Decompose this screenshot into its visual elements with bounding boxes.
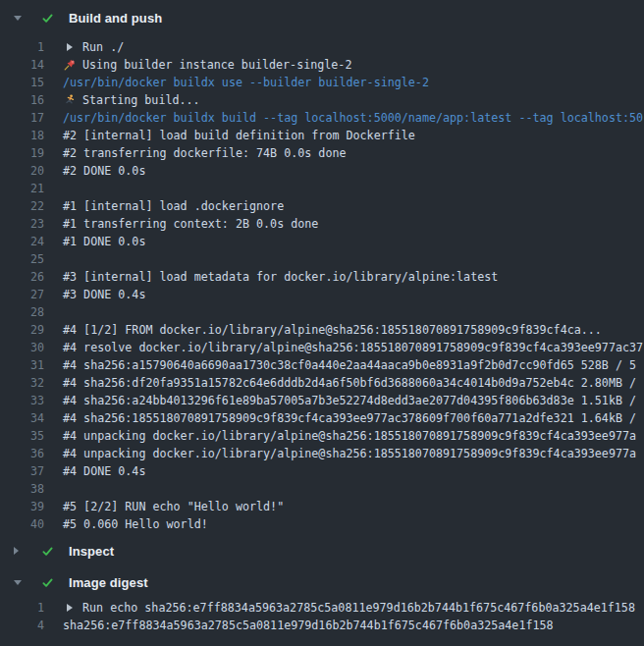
log-plain-text: #2 transferring dockerfile: 74B 0.0s don… — [63, 146, 347, 160]
log-text: #1 [internal] load .dockerignore — [44, 199, 644, 213]
log-plain-text: #4 sha256:a15790640a6690aa1730c38cf0a440… — [63, 358, 636, 372]
line-number[interactable]: 23 — [0, 217, 44, 231]
section-body: 1Run echo sha256:e7ff8834a5963a2785c5a08… — [0, 596, 644, 634]
line-number[interactable]: 38 — [0, 482, 44, 496]
section-body: 1Run ./14Using builder instance builder-… — [0, 35, 644, 533]
line-number[interactable]: 35 — [0, 429, 44, 443]
line-number[interactable]: 37 — [0, 464, 44, 478]
log-plain-text: #4 sha256:185518070891758909c9f839cf4ca3… — [63, 411, 636, 425]
log-line: 17/usr/bin/docker buildx build --tag loc… — [0, 109, 644, 127]
section-build-and-push: Build and push1Run ./14Using builder ins… — [0, 0, 644, 533]
log-plain-text: Using builder instance builder-single-2 — [82, 58, 351, 72]
log-text: #2 transferring dockerfile: 74B 0.0s don… — [44, 146, 644, 160]
line-number[interactable]: 20 — [0, 164, 44, 178]
line-number[interactable]: 33 — [0, 394, 44, 407]
log-text: #5 [2/2] RUN echo "Hello world!" — [44, 500, 644, 513]
log-command-text: /usr/bin/docker buildx use --builder bui… — [63, 76, 429, 89]
section-header-inspect[interactable]: Inspect — [0, 537, 644, 565]
log-plain-text: sha256:e7ff8834a5963a2785c5a0811e979d16b… — [63, 619, 554, 632]
line-number[interactable]: 26 — [0, 270, 44, 284]
play-icon[interactable] — [63, 41, 76, 54]
log-command-text: /usr/bin/docker buildx build --tag local… — [63, 111, 643, 125]
log-text: #3 [internal] load metadata for docker.i… — [44, 270, 644, 284]
chevron-right-icon — [14, 547, 27, 555]
line-number[interactable]: 16 — [0, 93, 44, 107]
log-plain-text: #4 [1/2] FROM docker.io/library/alpine@s… — [63, 323, 602, 337]
section-inspect: Inspect — [0, 537, 644, 565]
line-number[interactable]: 40 — [0, 517, 44, 531]
section-title: Inspect — [69, 544, 114, 559]
play-icon[interactable] — [63, 602, 76, 615]
line-number[interactable]: 17 — [0, 111, 44, 125]
log-line: 40#5 0.060 Hello world! — [0, 515, 644, 533]
log-text: #4 sha256:a24bb4013296f61e89ba57005a7b3e… — [44, 394, 644, 407]
log-line: 27#3 DONE 0.4s — [0, 286, 644, 303]
section-image-digest: Image digest1Run echo sha256:e7ff8834a59… — [0, 568, 644, 634]
log-line: 14Using builder instance builder-single-… — [0, 56, 644, 74]
log-line: 33#4 sha256:a24bb4013296f61e89ba57005a7b… — [0, 392, 644, 409]
log-text: Run echo sha256:e7ff8834a5963a2785c5a081… — [44, 601, 644, 615]
line-number[interactable]: 14 — [0, 58, 44, 72]
pushpin-icon — [63, 59, 76, 72]
log-line: 20#2 DONE 0.0s — [0, 162, 644, 180]
log-plain-text: #4 DONE 0.4s — [63, 464, 145, 478]
log-text: #4 [1/2] FROM docker.io/library/alpine@s… — [44, 323, 644, 337]
log-plain-text: #1 DONE 0.0s — [63, 235, 145, 248]
log-line: 21 — [0, 180, 644, 197]
log-line: 22#1 [internal] load .dockerignore — [0, 197, 644, 215]
log-plain-text: #4 sha256:a24bb4013296f61e89ba57005a7b3e… — [63, 394, 636, 407]
log-plain-text: #1 transferring context: 2B 0.0s done — [63, 217, 318, 231]
line-number[interactable]: 1 — [0, 40, 44, 54]
log-line: 29#4 [1/2] FROM docker.io/library/alpine… — [0, 321, 644, 339]
log-text: /usr/bin/docker buildx use --builder bui… — [44, 76, 644, 89]
log-viewer: Build and push1Run ./14Using builder ins… — [0, 0, 644, 646]
line-number[interactable]: 30 — [0, 341, 44, 354]
log-text: #5 0.060 Hello world! — [44, 517, 644, 531]
line-number[interactable]: 28 — [0, 305, 44, 319]
line-number[interactable]: 29 — [0, 323, 44, 337]
line-number[interactable]: 24 — [0, 235, 44, 248]
line-number[interactable]: 31 — [0, 358, 44, 372]
log-plain-text: #3 DONE 0.4s — [63, 288, 145, 301]
line-number[interactable]: 34 — [0, 411, 44, 425]
section-header-build-and-push[interactable]: Build and push — [0, 0, 644, 35]
log-text: #4 sha256:185518070891758909c9f839cf4ca3… — [44, 411, 644, 425]
log-plain-text: #2 DONE 0.0s — [63, 164, 145, 178]
section-title: Image digest — [69, 575, 148, 590]
line-number[interactable]: 15 — [0, 76, 44, 89]
log-plain-text: Run echo sha256:e7ff8834a5963a2785c5a081… — [82, 601, 635, 615]
line-number[interactable]: 1 — [0, 601, 44, 615]
log-text: #4 sha256:a15790640a6690aa1730c38cf0a440… — [44, 358, 644, 372]
line-number[interactable]: 21 — [0, 182, 44, 195]
log-plain-text: #5 [2/2] RUN echo "Hello world!" — [63, 500, 284, 513]
log-line: 28 — [0, 303, 644, 321]
log-text: Using builder instance builder-single-2 — [44, 58, 644, 72]
log-plain-text: #4 unpacking docker.io/library/alpine@sh… — [63, 447, 636, 460]
log-text: #4 unpacking docker.io/library/alpine@sh… — [44, 429, 644, 443]
runner-icon — [63, 94, 76, 107]
log-line: 31#4 sha256:a15790640a6690aa1730c38cf0a4… — [0, 356, 644, 374]
line-number[interactable]: 39 — [0, 500, 44, 513]
section-header-image-digest[interactable]: Image digest — [0, 568, 644, 596]
log-line: 37#4 DONE 0.4s — [0, 462, 644, 480]
line-number[interactable]: 25 — [0, 252, 44, 266]
log-plain-text: #4 resolve docker.io/library/alpine@sha2… — [63, 341, 643, 354]
log-text: #1 transferring context: 2B 0.0s done — [44, 217, 644, 231]
check-icon — [39, 543, 55, 559]
log-line: 32#4 sha256:df20fa9351a15782c64e6dddb2d4… — [0, 374, 644, 392]
log-plain-text: #2 [internal] load build definition from… — [63, 129, 415, 142]
line-number[interactable]: 22 — [0, 199, 44, 213]
log-text: /usr/bin/docker buildx build --tag local… — [44, 111, 644, 125]
line-number[interactable]: 19 — [0, 146, 44, 160]
log-line: 1Run echo sha256:e7ff8834a5963a2785c5a08… — [0, 599, 644, 617]
line-number[interactable]: 36 — [0, 447, 44, 460]
line-number[interactable]: 4 — [0, 619, 44, 632]
log-text: #2 DONE 0.0s — [44, 164, 644, 178]
chevron-down-icon — [14, 16, 27, 21]
log-line: 1Run ./ — [0, 38, 644, 56]
line-number[interactable]: 32 — [0, 376, 44, 390]
log-plain-text: Run ./ — [82, 40, 124, 54]
log-plain-text: #5 0.060 Hello world! — [63, 517, 208, 531]
line-number[interactable]: 27 — [0, 288, 44, 301]
line-number[interactable]: 18 — [0, 129, 44, 142]
